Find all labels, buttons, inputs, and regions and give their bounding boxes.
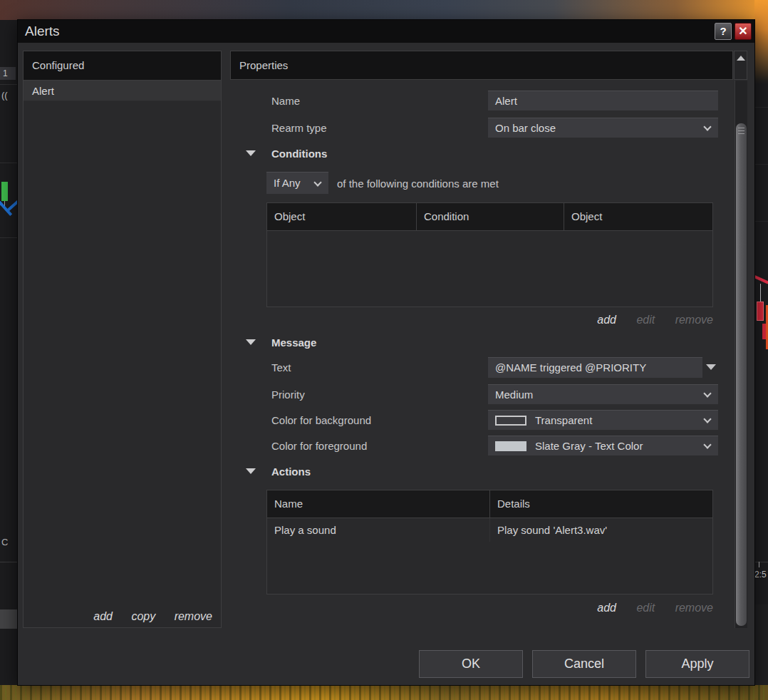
configured-remove-link[interactable]: remove	[175, 610, 212, 622]
configured-panel: Configured Alert add copy remove	[23, 51, 222, 628]
configured-add-link[interactable]: add	[93, 610, 113, 622]
chevron-down-icon	[703, 441, 711, 448]
chart-price-label: 1	[0, 67, 16, 80]
conditions-col-condition[interactable]: Condition	[417, 203, 564, 230]
chart-time-label: 2:5	[754, 570, 767, 580]
actions-col-details[interactable]: Details	[490, 490, 712, 518]
properties-header: Properties	[230, 51, 733, 80]
priority-label: Priority	[271, 388, 305, 401]
name-input[interactable]: Alert	[488, 91, 718, 110]
ok-button[interactable]: OK	[419, 650, 523, 678]
rearm-type-label: Rearm type	[271, 122, 327, 134]
red-candle	[757, 302, 764, 321]
conditions-table[interactable]: Object Condition Object	[266, 202, 713, 307]
dialog-titlebar[interactable]: Alerts ? ✕	[18, 20, 754, 43]
actions-edit-link[interactable]: edit	[636, 602, 655, 614]
priority-select[interactable]: Medium	[488, 384, 718, 404]
message-text-dropdown-icon[interactable]	[706, 364, 716, 370]
apply-button[interactable]: Apply	[645, 650, 749, 678]
transparent-swatch	[495, 416, 526, 426]
background-chart-left: 1 (( C	[0, 20, 17, 685]
chart-code-label: ((	[1, 90, 8, 101]
message-text-label: Text	[271, 361, 291, 374]
conditions-links: add edit remove	[266, 314, 713, 326]
message-collapse-icon[interactable]	[246, 339, 256, 345]
conditions-table-body[interactable]	[267, 231, 712, 307]
chart-panel-fragment	[0, 609, 17, 629]
green-candle	[1, 182, 8, 201]
chevron-down-icon	[313, 178, 321, 186]
conditions-col-object1[interactable]: Object	[267, 203, 417, 230]
conditions-caption: of the following conditions are met	[337, 177, 499, 190]
scrollbar-thumb[interactable]	[736, 123, 747, 626]
desktop: 1 (( C 2:5 Alerts ? ✕	[0, 0, 768, 700]
conditions-edit-link[interactable]: edit	[636, 314, 655, 326]
actions-add-link[interactable]: add	[597, 602, 616, 614]
alerts-dialog: Alerts ? ✕ Configured Alert add copy rem…	[17, 19, 755, 686]
fg-color-label: Color for foreground	[271, 440, 367, 452]
bg-color-label: Color for background	[271, 414, 371, 426]
actions-remove-link[interactable]: remove	[675, 602, 713, 614]
action-row[interactable]: Play a sound Play sound 'Alert3.wav'	[267, 518, 712, 542]
cancel-button[interactable]: Cancel	[532, 650, 636, 678]
arrow-up-icon	[737, 56, 745, 61]
chevron-down-icon	[703, 389, 711, 397]
configured-copy-link[interactable]: copy	[131, 610, 155, 622]
message-text-input[interactable]: @NAME triggered @PRIORITY	[488, 357, 702, 378]
scroll-up-button[interactable]	[735, 51, 747, 66]
chevron-down-icon	[703, 415, 711, 423]
chevron-down-icon	[703, 123, 711, 130]
slate-gray-swatch	[495, 441, 526, 451]
alert-list-item[interactable]: Alert	[24, 81, 221, 101]
configured-header: Configured	[24, 51, 221, 81]
actions-col-name[interactable]: Name	[267, 490, 490, 518]
scroll-down-button[interactable]	[735, 66, 747, 80]
actions-section-title: Actions	[271, 465, 311, 478]
dialog-title: Alerts	[25, 20, 60, 43]
wallpaper-sky-right	[754, 0, 768, 84]
action-name-cell: Play a sound	[267, 518, 490, 542]
message-section-title: Message	[271, 336, 316, 349]
conditions-remove-link[interactable]: remove	[675, 314, 713, 326]
help-button[interactable]: ?	[715, 23, 732, 40]
conditions-collapse-icon[interactable]	[246, 150, 256, 156]
action-details-cell: Play sound 'Alert3.wav'	[490, 518, 712, 542]
conditions-section-title: Conditions	[271, 148, 327, 160]
chart-close-label: C	[1, 537, 8, 547]
rearm-type-select[interactable]: On bar close	[488, 118, 718, 138]
actions-collapse-icon[interactable]	[246, 468, 256, 474]
background-chart-right: 2:5	[754, 84, 768, 685]
name-label: Name	[271, 95, 300, 107]
configured-links: add copy remove	[78, 610, 212, 623]
properties-scroll-buttons	[734, 51, 747, 80]
close-button[interactable]: ✕	[735, 23, 752, 40]
properties-scrollbar[interactable]	[735, 81, 747, 628]
actions-table-body[interactable]: Play a sound Play sound 'Alert3.wav'	[267, 518, 712, 594]
condition-match-select[interactable]: If Any	[266, 172, 328, 194]
wallpaper-sky	[0, 0, 768, 20]
wallpaper-grass	[0, 685, 768, 700]
actions-table[interactable]: Name Details Play a sound Play sound 'Al…	[266, 490, 713, 595]
actions-links: add edit remove	[266, 602, 713, 614]
bg-color-select[interactable]: Transparent	[488, 410, 718, 430]
conditions-col-object2[interactable]: Object	[564, 203, 712, 230]
conditions-add-link[interactable]: add	[597, 314, 616, 326]
fg-color-select[interactable]: Slate Gray - Text Color	[488, 436, 718, 455]
